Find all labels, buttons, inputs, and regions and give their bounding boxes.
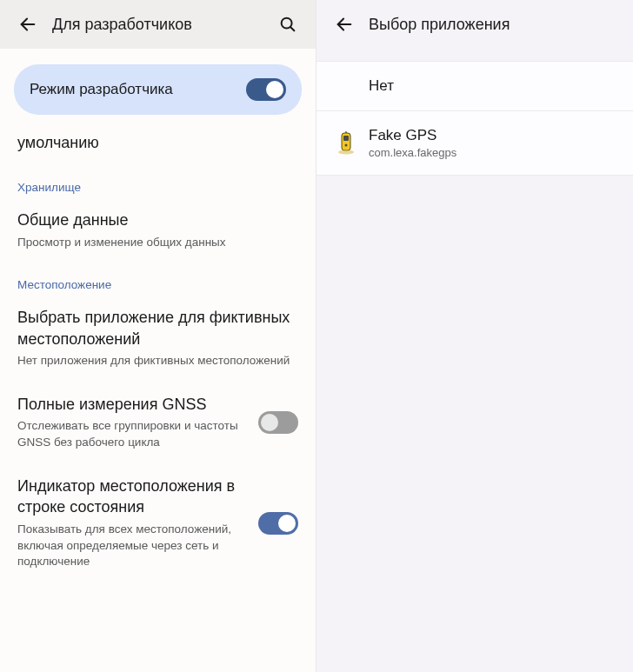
svg-point-8 [338, 150, 354, 154]
app-icon [334, 131, 369, 156]
back-icon[interactable] [10, 7, 45, 42]
dev-mode-toggle-row[interactable]: Режим разработчика [14, 64, 302, 115]
shared-data-sub: Просмотр и изменение общих данных [17, 235, 298, 251]
truncated-row[interactable]: умолчанию [0, 120, 316, 165]
header: Выбор приложения [316, 0, 633, 49]
svg-point-6 [345, 143, 348, 146]
gnss-row[interactable]: Полные измерения GNSS Отслеживать все гр… [0, 382, 316, 463]
section-header-storage: Хранилище [0, 165, 316, 197]
location-indicator-title: Индикатор местоположения в строке состоя… [17, 476, 248, 518]
back-icon[interactable] [327, 7, 362, 42]
option-fake-gps[interactable]: Fake GPS com.lexa.fakegps [316, 111, 633, 176]
gnss-title: Полные измерения GNSS [17, 394, 248, 415]
shared-data-title: Общие данные [17, 210, 298, 230]
option-none-label: Нет [369, 77, 616, 95]
svg-rect-5 [343, 136, 349, 141]
app-name: Fake GPS [369, 127, 616, 144]
section-header-location: Местоположение [0, 263, 316, 295]
mock-location-sub: Нет приложения для фиктивных местоположе… [17, 353, 298, 369]
developer-options-panel: Для разработчиков Режим разработчика умо… [0, 0, 316, 672]
dev-mode-label: Режим разработчика [30, 81, 173, 98]
location-indicator-row[interactable]: Индикатор местоположения в строке состоя… [0, 463, 316, 582]
dev-mode-toggle[interactable] [246, 78, 286, 101]
app-chooser-panel: Выбор приложения Нет Fake GPS com.lexa.f… [316, 0, 633, 672]
app-package: com.lexa.fakegps [369, 146, 616, 159]
shared-data-row[interactable]: Общие данные Просмотр и изменение общих … [0, 197, 316, 263]
page-title: Выбор приложения [369, 16, 623, 34]
truncated-row-title: умолчанию [17, 132, 298, 153]
header: Для разработчиков [0, 0, 316, 49]
location-indicator-toggle[interactable] [258, 512, 298, 535]
gnss-toggle[interactable] [258, 411, 298, 434]
mock-location-title: Выбрать приложение для фиктивных местопо… [17, 307, 298, 349]
gnss-sub: Отслеживать все группировки и частоты GN… [17, 418, 248, 451]
mock-location-row[interactable]: Выбрать приложение для фиктивных местопо… [0, 295, 316, 381]
location-indicator-sub: Показывать для всех местоположений, вклю… [17, 522, 248, 571]
svg-line-2 [290, 27, 294, 30]
option-none[interactable]: Нет [316, 61, 633, 111]
page-title: Для разработчиков [52, 16, 270, 34]
search-icon[interactable] [270, 7, 305, 42]
